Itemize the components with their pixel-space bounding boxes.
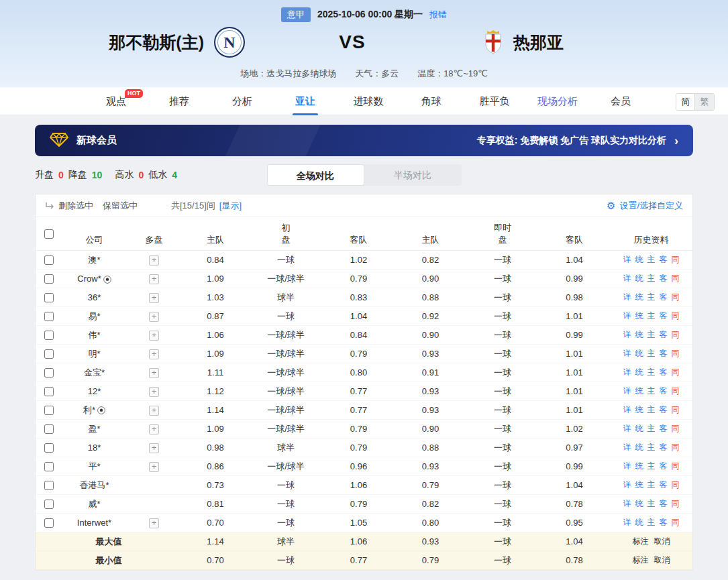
select-all-checkbox[interactable] (44, 229, 54, 239)
history-link-same[interactable]: 同 (672, 330, 680, 339)
history-link-same[interactable]: 同 (672, 292, 680, 302)
row-checkbox[interactable] (44, 293, 54, 302)
history-link-away[interactable]: 客 (660, 367, 668, 377)
history-link-away[interactable]: 客 (660, 386, 668, 396)
history-link-detail[interactable]: 详 (623, 405, 631, 414)
cancel-link[interactable]: 取消 (654, 536, 670, 546)
company-name[interactable]: 金宝* (84, 367, 105, 378)
company-name[interactable]: 12* (88, 386, 101, 396)
history-link-stats[interactable]: 统 (635, 292, 643, 302)
company-name[interactable]: Interwet* (77, 518, 111, 528)
nav-tab-viewpoint[interactable]: 观点 HOT (85, 87, 148, 115)
history-link-detail[interactable]: 详 (623, 518, 631, 527)
history-link-home[interactable]: 主 (647, 518, 656, 527)
nav-tab-analysis[interactable]: 分析 (211, 87, 274, 115)
expand-multi-button[interactable]: + (149, 349, 159, 359)
history-link-stats[interactable]: 统 (635, 443, 643, 452)
history-link-stats[interactable]: 统 (635, 255, 643, 264)
company-name[interactable]: 36* (88, 292, 101, 302)
history-link-home[interactable]: 主 (647, 443, 656, 452)
history-link-detail[interactable]: 详 (623, 349, 631, 358)
history-link-away[interactable]: 客 (660, 405, 668, 414)
expand-multi-button[interactable]: + (149, 406, 159, 416)
history-link-away[interactable]: 客 (660, 424, 668, 433)
nav-tab-recommend[interactable]: 推荐 (148, 87, 211, 115)
company-name[interactable]: 易* (88, 311, 100, 321)
history-link-home[interactable]: 主 (647, 480, 656, 489)
history-link-stats[interactable]: 统 (635, 461, 643, 471)
expand-multi-button[interactable]: + (149, 255, 159, 266)
row-checkbox[interactable] (44, 255, 54, 265)
history-link-home[interactable]: 主 (647, 424, 656, 433)
company-name[interactable]: 伟* (88, 330, 100, 340)
company-name[interactable]: 平* (88, 461, 100, 471)
row-checkbox[interactable] (44, 274, 54, 284)
history-link-same[interactable]: 同 (672, 349, 680, 358)
expand-multi-button[interactable]: + (149, 443, 159, 453)
history-link-detail[interactable]: 详 (623, 480, 631, 489)
history-link-away[interactable]: 客 (660, 255, 668, 264)
history-link-away[interactable]: 客 (660, 311, 668, 321)
history-link-same[interactable]: 同 (672, 255, 680, 264)
history-link-detail[interactable]: 详 (623, 367, 631, 377)
nav-tab-goals[interactable]: 进球数 (337, 87, 400, 115)
delete-selected-button[interactable]: 删除选中 (58, 200, 93, 212)
history-link-home[interactable]: 主 (647, 330, 656, 339)
expand-multi-button[interactable]: + (149, 518, 159, 528)
history-link-stats[interactable]: 统 (635, 499, 643, 508)
history-link-detail[interactable]: 详 (623, 386, 631, 396)
history-link-home[interactable]: 主 (647, 349, 656, 358)
history-link-detail[interactable]: 详 (623, 292, 631, 302)
expand-multi-button[interactable]: + (149, 293, 159, 303)
history-link-home[interactable]: 主 (647, 311, 656, 321)
report-error-link[interactable]: 报错 (429, 9, 447, 21)
row-checkbox[interactable] (44, 406, 54, 415)
row-checkbox[interactable] (44, 424, 54, 434)
row-checkbox[interactable] (44, 349, 54, 359)
company-name[interactable]: 盈* (88, 424, 100, 434)
mark-link[interactable]: 标注 (633, 536, 649, 546)
company-name[interactable]: 威* (88, 499, 100, 509)
history-link-away[interactable]: 客 (660, 499, 668, 508)
history-link-same[interactable]: 同 (672, 424, 680, 433)
row-checkbox[interactable] (44, 518, 54, 528)
row-checkbox[interactable] (44, 462, 54, 471)
row-checkbox[interactable] (44, 368, 54, 378)
nav-tab-asian-handicap[interactable]: 亚让 (274, 87, 337, 115)
settings-link[interactable]: 设置/选择自定义 (619, 200, 683, 212)
history-link-stats[interactable]: 统 (635, 330, 643, 339)
history-link-away[interactable]: 客 (660, 274, 668, 283)
history-link-detail[interactable]: 详 (623, 499, 631, 508)
cancel-link[interactable]: 取消 (654, 555, 670, 565)
history-link-stats[interactable]: 统 (635, 367, 643, 377)
expand-multi-button[interactable]: + (149, 387, 159, 397)
company-name[interactable]: Crow* (77, 274, 101, 284)
row-checkbox[interactable] (44, 443, 54, 453)
history-link-detail[interactable]: 详 (623, 274, 631, 283)
company-name[interactable]: 澳* (88, 255, 100, 265)
history-link-home[interactable]: 主 (647, 274, 656, 283)
history-link-away[interactable]: 客 (660, 349, 668, 358)
keep-selected-button[interactable]: 保留选中 (103, 200, 138, 212)
history-link-stats[interactable]: 统 (635, 386, 643, 396)
history-link-away[interactable]: 客 (660, 461, 668, 471)
row-checkbox[interactable] (44, 312, 54, 321)
history-link-detail[interactable]: 详 (623, 461, 631, 471)
history-link-same[interactable]: 同 (672, 443, 680, 452)
history-link-same[interactable]: 同 (672, 274, 680, 283)
nav-tab-win-draw-lose[interactable]: 胜平负 (463, 87, 526, 115)
row-checkbox[interactable] (44, 500, 54, 509)
nav-tab-live-analysis[interactable]: 现场分析 (526, 87, 589, 115)
history-link-home[interactable]: 主 (647, 461, 656, 471)
membership-banner[interactable]: 新球会员 专享权益: 免费解锁 免广告 球队实力对比分析 › (35, 125, 693, 156)
history-link-detail[interactable]: 详 (623, 330, 631, 339)
expand-multi-button[interactable]: + (149, 331, 159, 341)
expand-multi-button[interactable]: + (149, 312, 159, 322)
history-link-stats[interactable]: 统 (635, 311, 643, 321)
history-link-same[interactable]: 同 (672, 480, 680, 489)
history-link-same[interactable]: 同 (672, 367, 680, 377)
history-link-away[interactable]: 客 (660, 443, 668, 452)
expand-multi-button[interactable]: + (149, 462, 159, 472)
nav-tab-membership[interactable]: 会员 (589, 87, 652, 115)
history-link-away[interactable]: 客 (660, 330, 668, 339)
